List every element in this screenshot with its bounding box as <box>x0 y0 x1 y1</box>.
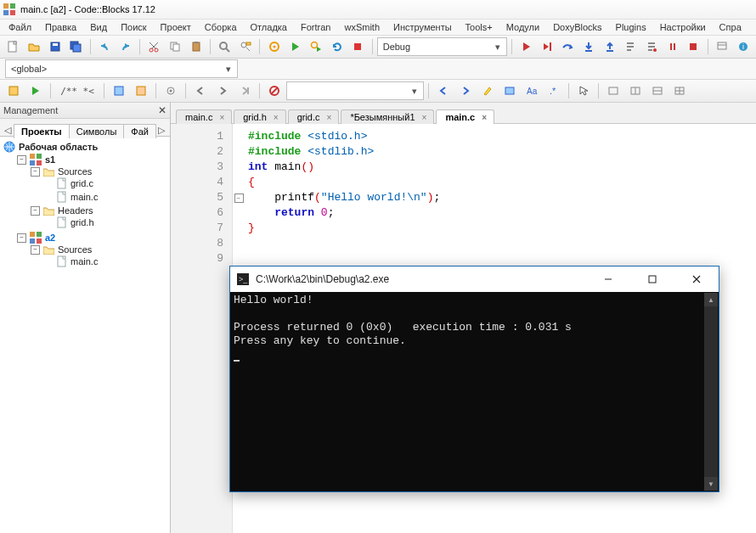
scroll-up-button[interactable]: ▲ <box>704 293 718 306</box>
break-button[interactable] <box>663 37 682 56</box>
management-close-button[interactable]: ✕ <box>158 104 166 116</box>
abort-button[interactable] <box>348 37 368 56</box>
menu-вид[interactable]: Вид <box>83 20 114 34</box>
redo-button[interactable] <box>116 37 135 56</box>
build-run-button[interactable] <box>307 37 326 56</box>
console-window[interactable]: >_ C:\Work\a2\bin\Debug\a2.exe Hello wor… <box>229 266 719 492</box>
next-bookmark-button[interactable] <box>455 81 476 100</box>
tab-close-icon[interactable]: × <box>420 113 429 122</box>
folder-headers[interactable]: −Headers <box>31 205 168 216</box>
copy-button[interactable] <box>166 37 185 56</box>
box2-button[interactable] <box>131 81 151 100</box>
cut-button[interactable] <box>144 37 164 56</box>
settings-button[interactable] <box>161 81 181 100</box>
console-close-button[interactable] <box>678 267 715 291</box>
editor-tab-0[interactable]: main.c× <box>176 109 232 124</box>
find-button[interactable] <box>215 37 234 56</box>
toggle-todo-button[interactable] <box>3 81 24 100</box>
layout3-button[interactable] <box>647 81 668 100</box>
menu-модули[interactable]: Модули <box>499 20 546 34</box>
menu-инструменты[interactable]: Инструменты <box>386 20 459 34</box>
file-grid-c[interactable]: grid.c <box>44 177 168 189</box>
info-button[interactable]: i <box>733 37 753 56</box>
menu-отладка[interactable]: Отладка <box>244 20 294 34</box>
match-case-button[interactable]: Aa <box>522 81 542 100</box>
rebuild-button[interactable] <box>327 37 347 56</box>
mgmt-tab-0[interactable]: Проекты <box>14 124 70 138</box>
mgmt-tab-1[interactable]: Символы <box>69 124 125 138</box>
run-button[interactable] <box>285 37 305 56</box>
select-arrow-button[interactable] <box>573 81 594 100</box>
save-button[interactable] <box>45 37 65 56</box>
nav-last-button[interactable] <box>234 81 255 100</box>
abort-2-button[interactable] <box>264 81 285 100</box>
editor-tab-1[interactable]: grid.h× <box>234 109 285 124</box>
build-target-combo[interactable]: Debug ▾ <box>377 37 507 56</box>
editor-tab-4[interactable]: main.c× <box>436 109 494 124</box>
step-out-button[interactable] <box>600 37 619 56</box>
tab-close-icon[interactable]: × <box>325 113 334 122</box>
search-combo[interactable]: ▾ <box>286 81 424 100</box>
nav-back-button[interactable] <box>190 81 211 100</box>
menu-fortran[interactable]: Fortran <box>294 20 337 34</box>
next-instruction-button[interactable] <box>621 37 640 56</box>
layout4-button[interactable] <box>669 81 690 100</box>
menu-tools+[interactable]: Tools+ <box>459 20 499 34</box>
debugging-windows-button[interactable] <box>713 37 732 56</box>
tabs-scroll-left[interactable]: ◁ <box>2 125 14 136</box>
file-main-c[interactable]: main.c <box>44 255 168 267</box>
menu-файл[interactable]: Файл <box>2 20 38 34</box>
file-grid-h[interactable]: grid.h <box>44 216 168 228</box>
menu-сборка[interactable]: Сборка <box>198 20 244 34</box>
file-main-c[interactable]: main.c <box>44 191 168 203</box>
menu-wxsmith[interactable]: wxSmith <box>337 20 386 34</box>
folder-sources[interactable]: −Sources <box>31 166 168 177</box>
selection-button[interactable] <box>499 81 520 100</box>
console-titlebar[interactable]: >_ C:\Work\a2\bin\Debug\a2.exe <box>230 266 719 292</box>
open-button[interactable] <box>25 37 44 56</box>
nav-fwd-button[interactable] <box>212 81 233 100</box>
console-maximize-button[interactable] <box>634 267 671 291</box>
highlight-button[interactable] <box>477 81 498 100</box>
stop-debug-button[interactable] <box>684 37 703 56</box>
project-tree[interactable]: Рабочая область−s1−Sourcesgrid.cmain.c−H… <box>0 137 170 533</box>
replace-button[interactable] <box>236 37 256 56</box>
regex-button[interactable]: .* <box>544 81 564 100</box>
console-output[interactable]: Hello world! Process returned 0 (0x0) ex… <box>230 292 719 491</box>
mgmt-tab-2[interactable]: Фай <box>123 124 156 138</box>
layout2-button[interactable] <box>625 81 646 100</box>
folder-sources[interactable]: −Sources <box>31 244 168 255</box>
menu-правка[interactable]: Правка <box>38 20 83 34</box>
save-all-button[interactable] <box>66 37 86 56</box>
editor-tab-3[interactable]: *Безымянный1× <box>341 109 434 124</box>
project-s1[interactable]: −s1 <box>17 154 168 166</box>
tab-close-icon[interactable]: × <box>272 113 280 122</box>
menu-поиск[interactable]: Поиск <box>114 20 153 34</box>
box1-button[interactable] <box>109 81 129 100</box>
layout1-button[interactable] <box>603 81 623 100</box>
step-over-button[interactable] <box>558 37 578 56</box>
workspace-node[interactable]: Рабочая область <box>3 141 168 153</box>
tab-close-icon[interactable]: × <box>480 113 488 122</box>
menu-настройки[interactable]: Настройки <box>653 20 713 34</box>
debug-start-button[interactable] <box>516 37 536 56</box>
undo-button[interactable] <box>95 37 115 56</box>
console-scrollbar[interactable]: ▲ ▼ <box>704 293 718 491</box>
menu-проект[interactable]: Проект <box>154 20 198 34</box>
menu-plugins[interactable]: Plugins <box>609 20 653 34</box>
project-a2[interactable]: −a2 <box>17 232 168 244</box>
new-file-button[interactable] <box>3 37 23 56</box>
tab-close-icon[interactable]: × <box>217 113 226 122</box>
build-button[interactable] <box>264 37 284 56</box>
block-comment-button[interactable]: /** *< <box>55 81 99 100</box>
prev-bookmark-button[interactable] <box>433 81 454 100</box>
step-into-button[interactable] <box>579 37 599 56</box>
run-script-button[interactable] <box>25 81 46 100</box>
scope-combo[interactable]: <global> ▾ <box>5 59 238 78</box>
menu-doxyblocks[interactable]: DoxyBlocks <box>546 20 608 34</box>
run-to-cursor-button[interactable] <box>537 37 556 56</box>
console-minimize-button[interactable] <box>590 267 627 291</box>
editor-tab-2[interactable]: grid.c× <box>288 109 340 124</box>
scroll-down-button[interactable]: ▼ <box>704 477 718 491</box>
paste-button[interactable] <box>186 37 206 56</box>
